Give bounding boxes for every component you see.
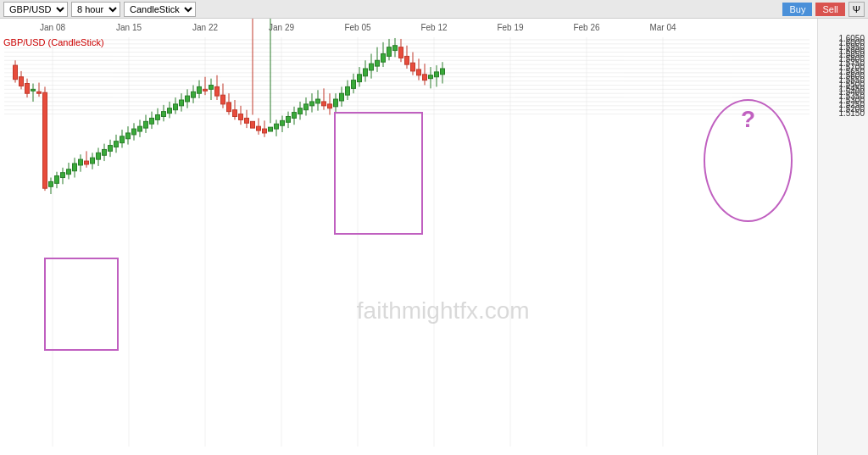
date-label: Jan 15 xyxy=(116,23,142,32)
buy-button[interactable]: Buy xyxy=(782,3,812,16)
price-tick: 1.5150 xyxy=(838,108,865,117)
buy-sell-group: Buy Sell Ψ xyxy=(782,2,865,17)
interval-select[interactable]: 8 hour xyxy=(71,2,120,17)
date-label: Feb 26 xyxy=(573,23,599,32)
chart-subtitle: GBP/USD (CandleStick) xyxy=(3,37,104,47)
chart-type-select[interactable]: CandleStick xyxy=(124,2,196,17)
date-label: Feb 19 xyxy=(497,23,523,32)
pair-select[interactable]: GBP/USD xyxy=(3,2,68,17)
toolbar: GBP/USD 8 hour CandleStick Buy Sell Ψ xyxy=(0,0,868,19)
date-bar: Jan 08Jan 15Jan 22Jan 29Feb 05Feb 12Feb … xyxy=(0,19,817,36)
price-axis: 1.60501.60001.59501.59001.58501.58001.57… xyxy=(817,19,868,455)
date-label: Jan 08 xyxy=(40,23,65,32)
date-label: Mar 04 xyxy=(649,23,676,32)
chart-container: GBP/USD (CandleStick) ? faithmightfx.com… xyxy=(0,19,868,455)
date-label: Jan 29 xyxy=(269,23,294,32)
date-label: Feb 12 xyxy=(420,23,447,32)
date-label: Jan 22 xyxy=(192,23,218,32)
sell-button[interactable]: Sell xyxy=(815,3,844,16)
date-label: Feb 05 xyxy=(344,23,370,32)
psi-button[interactable]: Ψ xyxy=(849,2,865,17)
chart-area: GBP/USD (CandleStick) ? faithmightfx.com… xyxy=(0,19,817,455)
